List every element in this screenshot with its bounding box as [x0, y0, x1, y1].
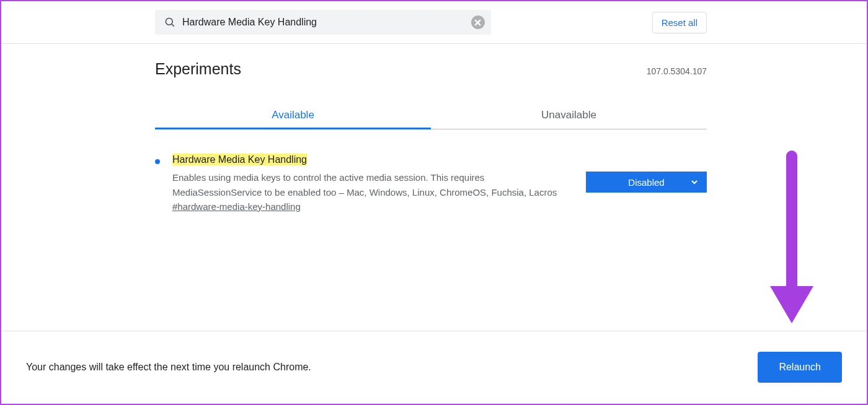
version-label: 107.0.5304.107 — [647, 66, 707, 76]
title-row: Experiments 107.0.5304.107 — [155, 60, 707, 78]
header-row: Reset all — [155, 10, 707, 35]
svg-marker-5 — [770, 286, 813, 323]
search-icon — [164, 16, 176, 28]
search-box[interactable] — [155, 10, 491, 35]
main-content: Experiments 107.0.5304.107 Available Una… — [155, 44, 707, 212]
flag-title: Hardware Media Key Handling — [172, 154, 307, 165]
chevron-down-icon — [691, 178, 698, 186]
flag-description: Enables using media keys to control the … — [172, 170, 574, 200]
flag-row: Hardware Media Key Handling Enables usin… — [155, 154, 707, 212]
search-input[interactable] — [176, 17, 471, 28]
flag-state-select[interactable]: Disabled — [586, 172, 707, 193]
tab-unavailable[interactable]: Unavailable — [431, 102, 707, 129]
tabs: Available Unavailable — [155, 102, 707, 129]
svg-line-1 — [172, 24, 174, 27]
annotation-arrow-icon — [764, 150, 820, 336]
tab-available[interactable]: Available — [155, 102, 431, 129]
flag-anchor-link[interactable]: #hardware-media-key-handling — [172, 201, 301, 212]
flag-state-value: Disabled — [628, 177, 664, 188]
reset-all-button[interactable]: Reset all — [652, 12, 707, 33]
close-icon — [474, 19, 481, 26]
relaunch-button[interactable]: Relaunch — [758, 352, 842, 383]
header-bar: Reset all — [1, 1, 867, 44]
clear-search-button[interactable] — [471, 15, 485, 29]
restart-bar: Your changes will take effect the next t… — [2, 331, 866, 403]
svg-point-0 — [166, 18, 172, 25]
restart-message: Your changes will take effect the next t… — [26, 362, 311, 373]
flag-text: Hardware Media Key Handling Enables usin… — [172, 154, 574, 212]
page-title: Experiments — [155, 60, 241, 78]
modified-indicator-icon — [155, 159, 160, 164]
